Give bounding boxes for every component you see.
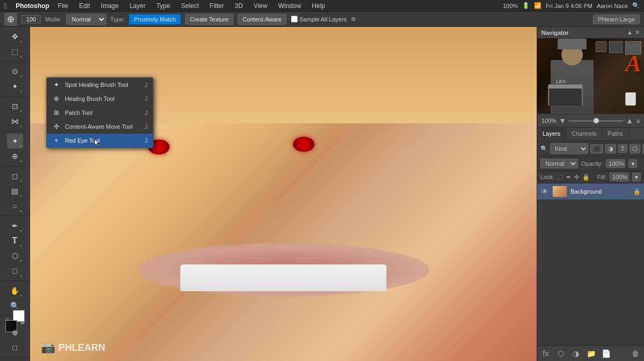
sample-all-checkbox[interactable]: [291, 16, 298, 23]
search-icon[interactable]: 🔍: [632, 2, 640, 9]
content-aware-move-option[interactable]: ✣ Content-Aware Move Tool J: [47, 120, 153, 134]
lock-position-icon[interactable]: ✣: [574, 174, 579, 181]
corner-arrow: ▸: [20, 259, 22, 262]
corner-arrow: ▸: [20, 74, 22, 78]
blend-mode-dropdown[interactable]: Normal Multiply Screen Overlay: [540, 159, 578, 168]
fill-value[interactable]: 100%: [610, 173, 629, 181]
red-eye-option[interactable]: + Red Eye Tool J: [47, 134, 153, 148]
patch-option[interactable]: ⊞ Patch Tool J: [47, 106, 153, 120]
navigator-zoom-out-btn[interactable]: ▼: [559, 116, 566, 125]
path-icon: ⬡: [12, 252, 18, 260]
pen-icon: ✒: [12, 222, 18, 230]
opacity-toggle-btn[interactable]: ▼: [628, 159, 637, 168]
healing-brush-label: Healing Brush Tool: [65, 95, 114, 102]
marquee-icon: ⬚: [11, 47, 18, 56]
menu-file[interactable]: File: [56, 1, 70, 11]
navigator-zoom-value: 100%: [541, 117, 557, 124]
menu-window[interactable]: Window: [276, 1, 303, 11]
type-proximity-btn[interactable]: Proximity Match: [129, 14, 180, 25]
tab-channels[interactable]: Channels: [566, 128, 602, 141]
brush-size-value[interactable]: 100: [21, 15, 41, 24]
screen-mode-btn[interactable]: □: [7, 340, 23, 355]
dodge-tool[interactable]: ○ ▸: [7, 198, 23, 213]
fill-toggle-btn[interactable]: ▼: [632, 173, 641, 181]
layers-type-filter[interactable]: T: [618, 144, 627, 153]
path-tool[interactable]: ⬡ ▸: [7, 248, 23, 263]
navigator-close-btn[interactable]: ✕: [635, 29, 640, 36]
type-label: Type:: [111, 16, 125, 23]
marquee-tool[interactable]: ⬚ ▸: [7, 44, 23, 59]
navigator-zoom-slider[interactable]: [568, 120, 624, 122]
add-mask-btn[interactable]: ⬡: [555, 348, 566, 359]
menu-image[interactable]: Image: [99, 1, 121, 11]
tool-icon-healing[interactable]: [4, 13, 17, 26]
delete-layer-btn[interactable]: 🗑: [630, 348, 641, 359]
menu-bar:  Photoshop File Edit Image Layer Type S…: [0, 0, 644, 12]
type-content-btn[interactable]: Content-Aware: [238, 14, 287, 25]
magic-wand-icon: ✦: [12, 82, 18, 91]
layer-visibility-toggle[interactable]: 👁: [540, 187, 549, 196]
menu-filter[interactable]: Filter: [208, 1, 226, 11]
slice-tool[interactable]: ⋈ ▸: [7, 114, 23, 129]
navigator-expand-btn[interactable]: ▲: [627, 29, 633, 36]
lock-transparent-icon[interactable]: ⬚: [558, 174, 563, 181]
shape-tool[interactable]: □ ▸: [7, 263, 23, 278]
pen-tool[interactable]: ✒ ▸: [7, 218, 23, 233]
group-layers-btn[interactable]: 📁: [586, 348, 596, 359]
text-tool[interactable]: T ▸: [7, 233, 23, 248]
navigator-zoom-in-btn[interactable]: ▲: [626, 116, 633, 125]
magic-wand-tool[interactable]: ✦ ▸: [7, 79, 23, 94]
clone-stamp-tool[interactable]: ⊕ ▸: [7, 149, 23, 164]
quick-mask-btn[interactable]: ⊕: [7, 325, 23, 340]
healing-brush-option[interactable]: ⊕ Healing Brush Tool J: [47, 92, 153, 106]
menu-view[interactable]: View: [252, 1, 270, 11]
username: Aaron Nace: [597, 3, 628, 9]
healing-brush-tool[interactable]: ✦ ▸: [7, 134, 23, 149]
type-texture-btn[interactable]: Create Texture: [185, 14, 233, 25]
lock-all-icon[interactable]: 🔒: [582, 174, 590, 181]
navigator-expand-icon[interactable]: ⇲: [635, 118, 640, 124]
menu-select[interactable]: Select: [179, 1, 201, 11]
menu-edit[interactable]: Edit: [77, 1, 92, 11]
corner-arrow: ▸: [20, 179, 22, 182]
apple-menu[interactable]: : [4, 2, 7, 10]
eraser-tool[interactable]: ◻ ▸: [7, 168, 23, 183]
opacity-value[interactable]: 100%: [606, 159, 625, 168]
default-colors-icon[interactable]: ⊙: [5, 317, 9, 322]
layers-shape-filter[interactable]: ⬡: [630, 144, 640, 153]
layers-adjustment-filter[interactable]: ◑: [605, 144, 616, 153]
panel-name[interactable]: Phlearn Large: [593, 14, 640, 24]
sample-all-label[interactable]: Sample All Layers: [291, 16, 347, 23]
lasso-tool[interactable]: ⊙ ▸: [7, 64, 23, 79]
tool-group-crop: ⊡ ▸ ⋈ ▸: [0, 99, 30, 131]
menu-help[interactable]: Help: [310, 1, 327, 11]
tab-layers[interactable]: Layers: [537, 128, 566, 141]
hand-tool[interactable]: ✋ ▸: [7, 283, 23, 298]
adjustment-layer-btn[interactable]: ◑: [570, 348, 581, 359]
spot-healing-option[interactable]: ✦ Spot Healing Brush Tool J: [47, 78, 153, 92]
layers-tabs: Layers Channels Paths: [537, 128, 644, 141]
navigator-title: Navigator: [541, 30, 569, 36]
move-tool[interactable]: ✥ ▸: [7, 29, 23, 44]
gradient-tool[interactable]: ▤ ▸: [7, 183, 23, 198]
tab-paths[interactable]: Paths: [603, 128, 629, 141]
layers-pixel-filter[interactable]: ⬛: [590, 144, 603, 153]
content-aware-move-label: Content-Aware Move Tool: [65, 123, 133, 130]
main-area: ✥ ▸ ⬚ ▸ ⊙ ▸ ✦ ▸ ⊡ ▸: [0, 27, 644, 361]
menu-3d[interactable]: 3D: [232, 1, 245, 11]
menu-type[interactable]: Type: [154, 1, 172, 11]
new-layer-btn[interactable]: 📄: [601, 348, 611, 359]
datetime: Fri Jan 9 4:06 PM: [546, 3, 592, 9]
canvas-area[interactable]: ✦ Spot Healing Brush Tool J ⊕ Healing Br…: [30, 27, 537, 361]
shape-icon: □: [12, 267, 17, 275]
lock-image-icon[interactable]: ✒: [566, 174, 571, 181]
diffuse-icon[interactable]: ⊕: [351, 16, 356, 23]
mode-dropdown[interactable]: Normal Replace: [66, 14, 106, 25]
menu-layer[interactable]: Layer: [127, 1, 148, 11]
layers-filter-type[interactable]: Kind Name Effect Mode Attribute Color: [550, 143, 588, 154]
tool-dropdown-menu: ✦ Spot Healing Brush Tool J ⊕ Healing Br…: [46, 77, 153, 148]
layer-styles-btn[interactable]: fx: [540, 348, 551, 359]
layer-row-background[interactable]: 👁 Background 🔒: [537, 183, 644, 200]
crop-tool[interactable]: ⊡ ▸: [7, 99, 23, 114]
navigator-letter-a: A: [625, 49, 641, 77]
